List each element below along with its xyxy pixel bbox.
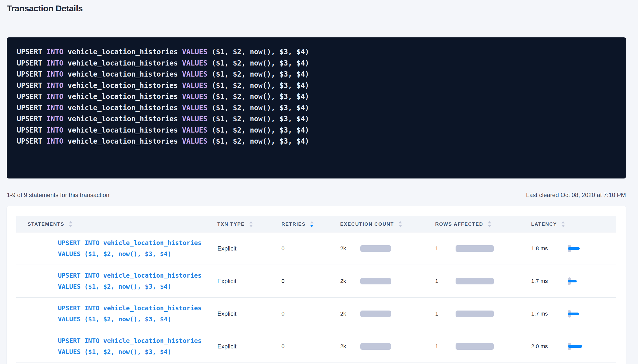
statement-link-line2: VALUES ($1, $2, now(), $3, $4): [58, 283, 171, 290]
sql-keyword: INTO: [46, 92, 68, 101]
latency-bar-chart: [568, 245, 591, 253]
sql-text: ($1, $2, now(), $3, $4): [212, 59, 309, 67]
sort-asc-icon[interactable]: [249, 221, 253, 223]
column-header-txn-type[interactable]: TXN TYPE: [217, 221, 281, 227]
sort-icons[interactable]: [310, 221, 314, 227]
txn-type-value: Explicit: [217, 343, 236, 350]
statement-link-line2: VALUES ($1, $2, now(), $3, $4): [58, 348, 171, 355]
sql-statement-line: UPSERT INTO vehicle_location_histories V…: [17, 125, 616, 136]
statement-link-line2: VALUES ($1, $2, now(), $3, $4): [58, 316, 171, 323]
sql-keyword: INTO: [46, 126, 68, 134]
sql-text: ($1, $2, now(), $3, $4): [212, 126, 309, 134]
execution-count-value: 2k: [340, 245, 360, 252]
statement-link-line1: UPSERT INTO vehicle_location_histories: [58, 239, 202, 247]
sql-text: UPSERT: [17, 70, 46, 78]
sql-keyword: VALUES: [182, 115, 212, 123]
sql-keyword: INTO: [46, 48, 68, 56]
column-header-execution-count[interactable]: EXECUTION COUNT: [340, 221, 435, 227]
statement-cell: UPSERT INTO vehicle_location_histories V…: [16, 324, 217, 364]
txn-type-cell: Explicit: [217, 278, 281, 285]
transaction-details-page: Transaction Details UPSERT INTO vehicle_…: [0, 0, 638, 364]
rows-affected-cell: 1: [435, 343, 531, 350]
sort-icons[interactable]: [69, 221, 72, 227]
txn-type-cell: Explicit: [217, 310, 281, 317]
latency-cell: 2.0 ms: [531, 342, 616, 350]
sql-keyword: INTO: [46, 137, 68, 145]
sql-text: vehicle_location_histories: [68, 48, 182, 56]
sort-asc-icon[interactable]: [69, 221, 72, 223]
sql-keyword: INTO: [46, 115, 68, 123]
sql-keyword: VALUES: [182, 48, 212, 56]
rows-affected-bar: [456, 311, 494, 317]
latency-bar-chart: [568, 277, 591, 285]
execution-count-value: 2k: [340, 278, 360, 284]
rows-affected-value: 1: [435, 278, 456, 284]
retries-value: 0: [281, 245, 284, 252]
retries-cell: 0: [281, 278, 340, 284]
sort-icons[interactable]: [399, 221, 402, 227]
sql-keyword: VALUES: [182, 81, 212, 90]
column-header-label: RETRIES: [281, 221, 306, 227]
latency-cell: 1.7 ms: [531, 310, 616, 318]
execution-count-value: 2k: [340, 311, 360, 317]
sql-text: ($1, $2, now(), $3, $4): [212, 92, 309, 101]
sql-statement-line: UPSERT INTO vehicle_location_histories V…: [17, 58, 616, 69]
summary-row: 1-9 of 9 statements for this transaction…: [7, 192, 626, 199]
table-row: UPSERT INTO vehicle_location_histories V…: [16, 330, 616, 363]
statement-link[interactable]: UPSERT INTO vehicle_location_histories V…: [28, 324, 202, 364]
column-header-statements[interactable]: STATEMENTS: [16, 221, 217, 227]
column-header-rows-affected[interactable]: ROWS AFFECTED: [435, 221, 531, 227]
latency-value: 1.8 ms: [531, 245, 568, 252]
rows-affected-cell: 1: [435, 311, 531, 317]
column-header-label: TXN TYPE: [217, 221, 245, 227]
execution-count-cell: 2k: [340, 311, 435, 317]
last-cleared-text: Last cleared Oct 08, 2020 at 7:10 PM: [526, 192, 626, 199]
latency-cell: 1.7 ms: [531, 277, 616, 285]
rows-affected-value: 1: [435, 343, 456, 350]
execution-count-bar: [360, 245, 391, 252]
sort-desc-icon[interactable]: [488, 225, 491, 227]
sort-desc-icon[interactable]: [561, 225, 565, 227]
column-header-latency[interactable]: LATENCY: [531, 221, 616, 227]
txn-type-value: Explicit: [217, 310, 236, 317]
sql-text: ($1, $2, now(), $3, $4): [212, 48, 309, 56]
sort-asc-icon[interactable]: [488, 221, 491, 223]
sort-desc-icon[interactable]: [249, 225, 253, 227]
sort-icons[interactable]: [561, 221, 565, 227]
sql-text: vehicle_location_histories: [68, 115, 182, 123]
sql-text: vehicle_location_histories: [68, 81, 182, 90]
statements-table-card: STATEMENTS TXN TYPE RETRIES EXECUTION CO…: [7, 206, 626, 364]
sort-icons[interactable]: [488, 221, 491, 227]
latency-value: 1.7 ms: [531, 278, 568, 284]
statement-link-line1: UPSERT INTO vehicle_location_histories: [58, 305, 202, 312]
sql-text: UPSERT: [17, 81, 46, 90]
retries-value: 0: [281, 278, 284, 284]
sql-keyword: VALUES: [182, 137, 212, 145]
sql-statement-line: UPSERT INTO vehicle_location_histories V…: [17, 69, 616, 80]
sql-text: UPSERT: [17, 137, 46, 145]
sort-asc-icon[interactable]: [399, 221, 402, 223]
latency-bar-chart: [568, 310, 591, 318]
sql-text: UPSERT: [17, 115, 46, 123]
execution-count-cell: 2k: [340, 278, 435, 284]
sql-text: vehicle_location_histories: [68, 92, 182, 101]
sort-icons[interactable]: [249, 221, 253, 227]
statements-count-text: 1-9 of 9 statements for this transaction: [7, 192, 109, 199]
sql-keyword: VALUES: [182, 92, 212, 101]
sql-text: ($1, $2, now(), $3, $4): [212, 137, 309, 145]
column-header-label: ROWS AFFECTED: [435, 221, 483, 227]
latency-bar: [568, 345, 582, 348]
column-header-retries[interactable]: RETRIES: [281, 221, 340, 227]
page-title: Transaction Details: [7, 4, 626, 13]
table-body: UPSERT INTO vehicle_location_histories V…: [7, 232, 626, 363]
sort-asc-icon[interactable]: [561, 221, 565, 223]
sort-asc-icon[interactable]: [310, 221, 314, 223]
sql-text: ($1, $2, now(), $3, $4): [212, 81, 309, 90]
sql-keyword: VALUES: [182, 59, 212, 67]
statement-link-line1: UPSERT INTO vehicle_location_histories: [58, 337, 202, 344]
rows-affected-bar: [456, 278, 494, 284]
sort-desc-icon[interactable]: [399, 225, 402, 227]
sql-text: UPSERT: [17, 59, 46, 67]
sort-desc-icon[interactable]: [310, 225, 314, 227]
rows-affected-bar: [456, 343, 494, 350]
